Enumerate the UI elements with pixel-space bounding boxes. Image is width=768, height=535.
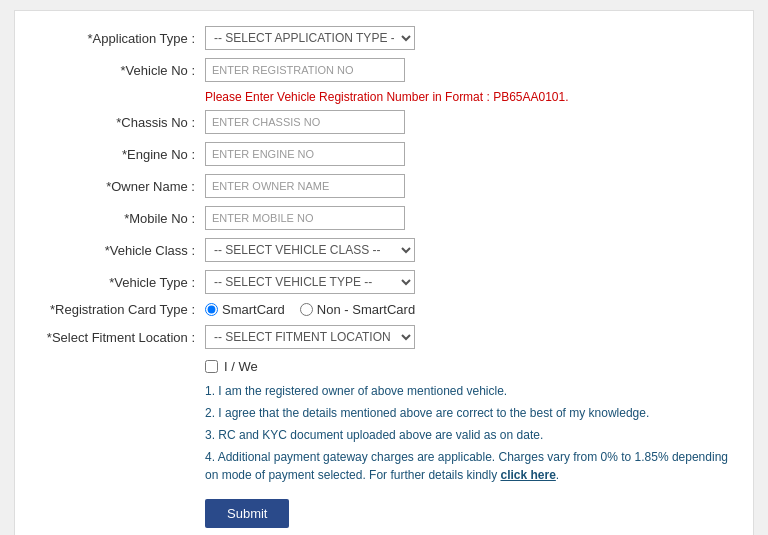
terms-list: 1. I am the registered owner of above me…: [205, 382, 733, 484]
non-smartcard-label: Non - SmartCard: [317, 302, 415, 317]
chassis-no-label: *Chassis No :: [35, 115, 205, 130]
mobile-no-input[interactable]: [205, 206, 405, 230]
fitment-location-select[interactable]: -- SELECT FITMENT LOCATION --: [205, 325, 415, 349]
smartcard-radio-label[interactable]: SmartCard: [205, 302, 285, 317]
agreement-checkbox[interactable]: [205, 360, 218, 373]
mobile-no-label: *Mobile No :: [35, 211, 205, 226]
vehicle-type-row: *Vehicle Type : -- SELECT VEHICLE TYPE -…: [35, 270, 733, 294]
engine-no-label: *Engine No :: [35, 147, 205, 162]
owner-name-label: *Owner Name :: [35, 179, 205, 194]
application-type-select[interactable]: -- SELECT APPLICATION TYPE --: [205, 26, 415, 50]
vehicle-type-label: *Vehicle Type :: [35, 275, 205, 290]
application-type-row: *Application Type : -- SELECT APPLICATIO…: [35, 26, 733, 50]
fitment-location-row: *Select Fitment Location : -- SELECT FIT…: [35, 325, 733, 349]
application-type-label: *Application Type :: [35, 31, 205, 46]
non-smartcard-radio-label[interactable]: Non - SmartCard: [300, 302, 415, 317]
reg-card-type-label: *Registration Card Type :: [35, 302, 205, 317]
click-here-link[interactable]: click here: [500, 468, 555, 482]
owner-name-row: *Owner Name :: [35, 174, 733, 198]
term-1: 1. I am the registered owner of above me…: [205, 382, 733, 400]
submit-row: Submit: [205, 499, 733, 528]
smartcard-label: SmartCard: [222, 302, 285, 317]
term-2: 2. I agree that the details mentioned ab…: [205, 404, 733, 422]
owner-name-input[interactable]: [205, 174, 405, 198]
vehicle-class-label: *Vehicle Class :: [35, 243, 205, 258]
term-4: 4. Additional payment gateway charges ar…: [205, 448, 733, 484]
agreement-checkbox-row: I / We: [205, 359, 733, 374]
non-smartcard-radio[interactable]: [300, 303, 313, 316]
term-3: 3. RC and KYC document uploaded above ar…: [205, 426, 733, 444]
chassis-no-row: *Chassis No :: [35, 110, 733, 134]
vehicle-type-select[interactable]: -- SELECT VEHICLE TYPE --: [205, 270, 415, 294]
reg-card-radio-group: SmartCard Non - SmartCard: [205, 302, 415, 317]
agreement-checkbox-label: I / We: [224, 359, 258, 374]
main-form-container: *Application Type : -- SELECT APPLICATIO…: [14, 10, 754, 535]
chassis-no-input[interactable]: [205, 110, 405, 134]
vehicle-class-select[interactable]: -- SELECT VEHICLE CLASS --: [205, 238, 415, 262]
engine-no-row: *Engine No :: [35, 142, 733, 166]
smartcard-radio[interactable]: [205, 303, 218, 316]
fitment-location-label: *Select Fitment Location :: [35, 330, 205, 345]
vehicle-class-row: *Vehicle Class : -- SELECT VEHICLE CLASS…: [35, 238, 733, 262]
vehicle-no-error: Please Enter Vehicle Registration Number…: [205, 90, 733, 104]
vehicle-no-row: *Vehicle No :: [35, 58, 733, 82]
engine-no-input[interactable]: [205, 142, 405, 166]
reg-card-type-row: *Registration Card Type : SmartCard Non …: [35, 302, 733, 317]
vehicle-no-label: *Vehicle No :: [35, 63, 205, 78]
mobile-no-row: *Mobile No :: [35, 206, 733, 230]
vehicle-no-input[interactable]: [205, 58, 405, 82]
submit-button[interactable]: Submit: [205, 499, 289, 528]
